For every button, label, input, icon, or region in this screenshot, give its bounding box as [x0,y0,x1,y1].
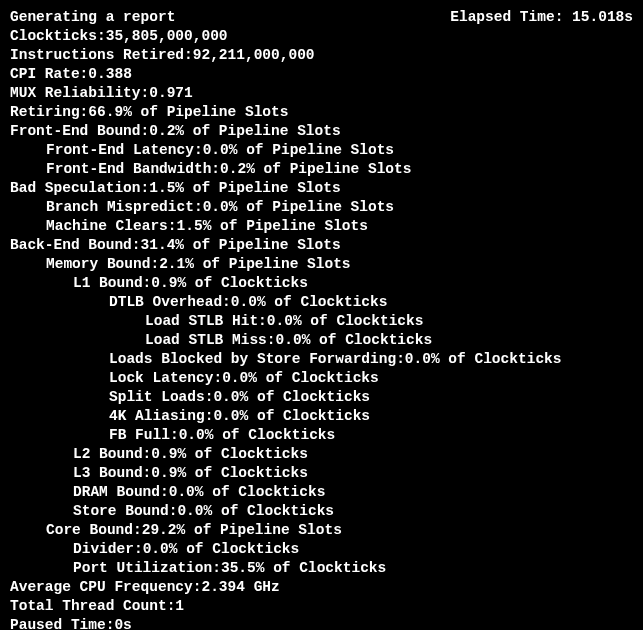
paused-row: Paused Time: 0s [10,616,633,630]
core-bound-row: Core Bound: 29.2% of Pipeline Slots [10,521,633,540]
aliasing-4k-row: 4K Aliasing: 0.0% of Clockticks [10,407,633,426]
mem-bound-row: Memory Bound: 2.1% of Pipeline Slots [10,255,633,274]
fe-bound-row: Front-End Bound: 0.2% of Pipeline Slots [10,122,633,141]
be-bound-row: Back-End Bound: 31.4% of Pipeline Slots [10,236,633,255]
mux-row: MUX Reliability: 0.971 [10,84,633,103]
fe-latency-row: Front-End Latency: 0.0% of Pipeline Slot… [10,141,633,160]
stlb-miss-row: Load STLB Miss: 0.0% of Clockticks [10,331,633,350]
store-fwd-row: Loads Blocked by Store Forwarding: 0.0% … [10,350,633,369]
clockticks-row: Clockticks: 35,805,000,000 [10,27,633,46]
stlb-hit-row: Load STLB Hit: 0.0% of Clockticks [10,312,633,331]
store-bound-row: Store Bound: 0.0% of Clockticks [10,502,633,521]
fb-full-row: FB Full: 0.0% of Clockticks [10,426,633,445]
split-loads-row: Split Loads: 0.0% of Clockticks [10,388,633,407]
cpu-freq-row: Average CPU Frequency: 2.394 GHz [10,578,633,597]
header-right: Elapsed Time: 15.018s [450,8,633,27]
l3-bound-row: L3 Bound: 0.9% of Clockticks [10,464,633,483]
dtlb-row: DTLB Overhead: 0.0% of Clockticks [10,293,633,312]
branch-mispredict-row: Branch Mispredict: 0.0% of Pipeline Slot… [10,198,633,217]
instructions-row: Instructions Retired: 92,211,000,000 [10,46,633,65]
cpi-row: CPI Rate: 0.388 [10,65,633,84]
lock-latency-row: Lock Latency: 0.0% of Clockticks [10,369,633,388]
fe-bandwidth-row: Front-End Bandwidth: 0.2% of Pipeline Sl… [10,160,633,179]
thread-count-row: Total Thread Count: 1 [10,597,633,616]
l1-bound-row: L1 Bound: 0.9% of Clockticks [10,274,633,293]
port-util-row: Port Utilization: 35.5% of Clockticks [10,559,633,578]
dram-bound-row: DRAM Bound: 0.0% of Clockticks [10,483,633,502]
bad-spec-row: Bad Speculation: 1.5% of Pipeline Slots [10,179,633,198]
header-left: Generating a report [10,8,175,27]
retiring-row: Retiring: 66.9% of Pipeline Slots [10,103,633,122]
divider-row: Divider: 0.0% of Clockticks [10,540,633,559]
l2-bound-row: L2 Bound: 0.9% of Clockticks [10,445,633,464]
header-row: Generating a report Elapsed Time: 15.018… [10,8,633,27]
machine-clears-row: Machine Clears: 1.5% of Pipeline Slots [10,217,633,236]
